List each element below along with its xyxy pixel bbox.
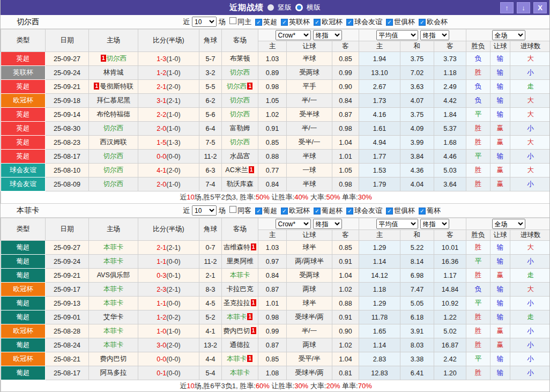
team-label: 阿马多拉 bbox=[100, 369, 127, 376]
corner-score: 11-2 bbox=[199, 255, 222, 269]
red-card-badge: 1 bbox=[251, 327, 256, 334]
avg-away-odds: 3.73 bbox=[434, 52, 466, 66]
crow-company-select[interactable]: Crow* bbox=[276, 30, 311, 40]
league-badge: 葡超 bbox=[1, 241, 46, 255]
summary-segment: 大率: bbox=[308, 382, 326, 390]
crow-home-odds: 1.03 bbox=[258, 52, 287, 66]
league-checkbox[interactable]: ✓ bbox=[314, 19, 321, 26]
team-label: 切尔西 bbox=[103, 124, 124, 132]
halftime-score: (1-0) bbox=[166, 55, 180, 63]
result-goals: 小 bbox=[510, 255, 550, 269]
league-checkbox[interactable]: ✓ bbox=[419, 19, 426, 26]
crow-away-odds: 0.85 bbox=[332, 241, 359, 255]
match-count-select[interactable]: 10 bbox=[192, 17, 217, 27]
summary-segment: 20% bbox=[326, 382, 340, 390]
team-label: 曼彻斯特联 bbox=[100, 83, 133, 90]
crow-handicap: 半/一 bbox=[287, 122, 332, 136]
league-checkbox[interactable]: ✓ bbox=[255, 19, 262, 26]
sub-column-header: 客 bbox=[434, 41, 466, 52]
summary-segment: 单率: bbox=[340, 193, 358, 201]
crow-handicap: 球半 bbox=[287, 241, 332, 255]
home-team: 艾华卡 bbox=[89, 310, 138, 324]
result-handicap: 输 bbox=[490, 283, 510, 297]
league-checkbox[interactable]: ✓ bbox=[346, 19, 353, 26]
league-label: 英联杯 bbox=[289, 18, 310, 26]
summary-segment: 60% bbox=[256, 382, 270, 390]
team-label: 本菲卡 bbox=[103, 285, 124, 293]
move-up-button[interactable]: ↑ bbox=[500, 2, 514, 13]
result-winloss: 胜 bbox=[466, 338, 490, 352]
team-name: 本菲卡 bbox=[17, 206, 39, 216]
match-count-select[interactable]: 10 bbox=[192, 205, 217, 216]
avg-away-odds: 4.46 bbox=[434, 150, 466, 164]
crow-away-odds: 0.84 bbox=[332, 94, 359, 108]
same-venue-option: 同主 bbox=[226, 17, 251, 27]
league-checkbox[interactable]: ✓ bbox=[281, 19, 288, 26]
league-option: ✓世俱杯 bbox=[382, 17, 415, 27]
league-badge: 英联杯 bbox=[1, 66, 46, 80]
fulltime-select[interactable]: 全场 bbox=[492, 30, 525, 40]
league-badge: 英超 bbox=[1, 52, 46, 66]
move-down-button[interactable]: ↓ bbox=[517, 2, 530, 13]
league-checkbox[interactable]: ✓ bbox=[281, 208, 288, 215]
league-badge: 英超 bbox=[1, 80, 46, 94]
table-row: 英超25-09-14布伦特福德2-2(1-0)5-6切尔西1.02受半球0.87… bbox=[1, 108, 550, 122]
result-goals: 小 bbox=[510, 150, 550, 164]
vertical-layout-radio[interactable] bbox=[267, 4, 274, 11]
horizontal-layout-radio[interactable] bbox=[295, 4, 303, 11]
sub-column-header: 让球 bbox=[490, 41, 510, 52]
table-row: 欧冠杯25-08-28本菲卡1-0(1-0)4-1费内巴切10.99半/一0.9… bbox=[1, 324, 550, 338]
avg-draw-odds: 4.36 bbox=[400, 164, 434, 177]
crow-company-select[interactable]: Crow* bbox=[276, 219, 311, 229]
corner-score: 4-5 bbox=[199, 297, 222, 310]
table-row: 球会友谊25-08-09切尔西2-0(1-0)7-4勒沃库森0.84半球0.98… bbox=[1, 177, 550, 191]
corner-score: 4-1 bbox=[199, 324, 222, 338]
league-checkbox[interactable]: ✓ bbox=[255, 208, 262, 215]
average-select[interactable]: 平均值 bbox=[376, 30, 418, 40]
avg-home-odds: 1.65 bbox=[359, 324, 400, 338]
halftime-score: (1-0) bbox=[166, 125, 180, 132]
average-index-select[interactable]: 终指 bbox=[420, 219, 449, 229]
fulltime-select[interactable]: 全场 bbox=[492, 219, 525, 229]
league-checkbox[interactable]: ✓ bbox=[314, 208, 321, 215]
home-team: AVS俱乐部 bbox=[89, 269, 138, 283]
sub-column-header: 和 bbox=[400, 230, 434, 241]
close-button[interactable]: X bbox=[533, 2, 547, 13]
result-goals: 大 bbox=[510, 164, 550, 177]
filter-controls: 近10场同主✓英超✓英联杯✓欧冠杯✓球会友谊✓世俱杯✓欧会杯 bbox=[183, 17, 448, 27]
result-winloss: 负 bbox=[466, 52, 490, 66]
home-team: 费内巴切 bbox=[89, 352, 138, 366]
sub-column-header: 让球 bbox=[287, 230, 332, 241]
team-label: 本菲卡 bbox=[103, 299, 124, 307]
away-team: 里奥阿维 bbox=[222, 255, 258, 269]
average-index-select[interactable]: 终指 bbox=[420, 30, 449, 40]
league-checkbox[interactable]: ✓ bbox=[419, 208, 426, 215]
table-row: 葡超25-09-13本菲卡1-1(0-0)4-5圣克拉拉11.01球半0.881… bbox=[1, 297, 550, 310]
same-venue-checkbox[interactable] bbox=[229, 206, 236, 213]
result-goals: 走 bbox=[510, 80, 550, 94]
column-header: 类型 bbox=[1, 29, 46, 52]
fulltime-score: 0-1 bbox=[157, 369, 166, 377]
avg-draw-odds: 5.05 bbox=[400, 297, 434, 310]
average-select[interactable]: 平均值 bbox=[376, 219, 418, 229]
crow-home-odds: 1.08 bbox=[258, 366, 287, 380]
table-row: 英超25-08-30切尔西2-0(1-0)6-4富勒姆0.91半/一0.981.… bbox=[1, 122, 550, 136]
result-handicap: 输 bbox=[490, 297, 510, 310]
league-label: 世俱杯 bbox=[394, 18, 415, 26]
result-handicap: 输 bbox=[490, 80, 510, 94]
league-checkbox[interactable]: ✓ bbox=[386, 19, 393, 26]
league-checkbox[interactable]: ✓ bbox=[386, 208, 393, 215]
fulltime-score: 2-0 bbox=[157, 125, 166, 132]
halftime-score: (2-0) bbox=[166, 167, 180, 174]
crow-index-select[interactable]: 终指 bbox=[313, 219, 342, 229]
crow-index-select[interactable]: 终指 bbox=[313, 30, 342, 40]
same-venue-checkbox[interactable] bbox=[229, 17, 236, 24]
league-badge: 葡超 bbox=[1, 269, 46, 283]
team-label: 西汉姆联 bbox=[100, 138, 127, 146]
result-winloss: 胜 bbox=[466, 164, 490, 177]
result-goals: 大 bbox=[510, 94, 550, 108]
team-label: 拜仁慕尼黑 bbox=[96, 97, 130, 104]
league-badge: 葡超 bbox=[1, 255, 46, 269]
league-checkbox[interactable]: ✓ bbox=[346, 208, 353, 215]
league-label: 球会友谊 bbox=[354, 206, 382, 215]
